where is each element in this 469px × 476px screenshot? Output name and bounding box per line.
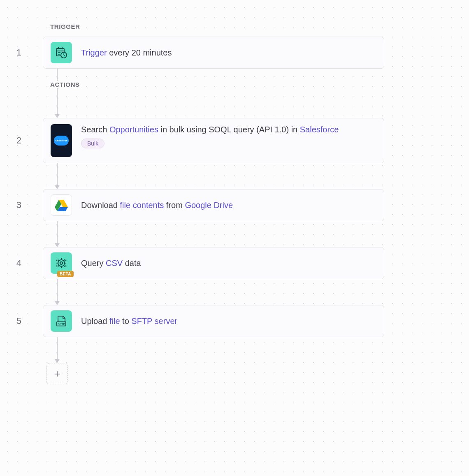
csv-query-icon: BETA [51,252,72,274]
bulk-pill: Bulk [81,139,104,148]
beta-badge: BETA [57,271,74,277]
svg-point-13 [60,262,63,264]
trigger-row: 1 Trigger every 20 minutes [0,37,469,69]
connector-line [57,337,58,363]
action-row: 3 Download file contents from Google Dri… [0,189,469,221]
action-card-csv[interactable]: BETA Query CSV data [43,247,384,279]
step-number: 4 [0,258,35,268]
schedule-icon [51,42,72,63]
google-drive-icon [51,194,72,216]
sftp-icon: SFTP [51,310,72,332]
svg-point-12 [58,260,65,266]
actions-section-label: ACTIONS [50,81,469,88]
action-card-salesforce[interactable]: salesforce Search Opportunities in bulk … [43,118,384,163]
action-card-gdrive[interactable]: Download file contents from Google Drive [43,189,384,221]
connector-line [57,163,58,189]
add-step-button[interactable]: + [46,363,68,384]
action-row: 5 SFTP Upload file to SFTP server [0,305,469,337]
svg-point-17 [65,266,67,267]
svg-text:SFTP: SFTP [58,323,65,326]
step-number: 3 [0,200,35,210]
salesforce-icon: salesforce [51,124,72,157]
action-title: Upload file to SFTP server [81,316,177,327]
plus-icon: + [54,367,60,380]
action-title: Query CSV data [81,258,141,269]
trigger-card[interactable]: Trigger every 20 minutes [43,37,384,69]
connector-line [57,88,58,118]
step-number: 5 [0,316,35,326]
action-card-sftp[interactable]: SFTP Upload file to SFTP server [43,305,384,337]
action-content: Search Opportunities in bulk using SOQL … [81,124,339,148]
svg-point-14 [56,260,58,261]
connector-line [57,69,58,81]
trigger-section-label: TRIGGER [50,23,469,30]
step-number: 1 [0,47,35,58]
svg-point-15 [65,260,67,261]
action-row: 4 BETA Query CSV data [0,247,469,279]
action-title: Download file contents from Google Drive [81,200,233,211]
connector-line [57,279,58,305]
action-row: 2 salesforce Search Opportunities in bul… [0,118,469,163]
step-number: 2 [0,135,35,146]
trigger-title: Trigger every 20 minutes [81,47,172,58]
connector-line [57,221,58,247]
action-title: Search Opportunities in bulk using SOQL … [81,124,339,135]
svg-point-16 [56,266,58,267]
